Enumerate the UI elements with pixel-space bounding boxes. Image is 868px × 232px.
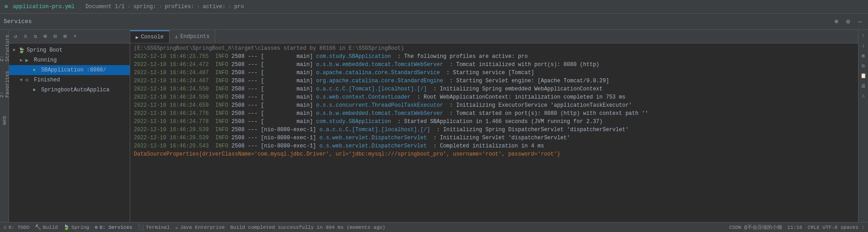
tree-item-springbootautoapplica[interactable]: ● SpringbootAutoApplica: [9, 85, 130, 95]
scroll-up-button[interactable]: ↑: [859, 32, 868, 40]
tree-item-spring-boot[interactable]: ▼ 🍃 Spring Boot: [9, 45, 130, 55]
collapse-button[interactable]: ⊟: [859, 62, 868, 70]
log-line: 2022-12-10 16:46:24.487 INFO 2508 --- [ …: [130, 77, 858, 85]
log-level: INFO: [209, 93, 231, 101]
log-line: 2022-12-10 16:46:23.755 INFO 2508 --- [ …: [130, 52, 858, 61]
log-date: 2022-12-10 16:46:29.539: [134, 126, 209, 134]
log-message: : Root WebApplicationContext: initializa…: [410, 93, 625, 101]
tab-console-label: Console: [141, 34, 164, 40]
tree-item-sbapplication[interactable]: ● SBApplication :8080/: [9, 65, 130, 75]
log-date: 2022-12-10 16:46:24.472: [134, 61, 209, 69]
expand-button[interactable]: ⊞: [859, 52, 868, 60]
status-build[interactable]: 🔨 Build: [35, 224, 58, 230]
tab-console[interactable]: ▶ Console: [130, 30, 170, 43]
sidebar-item-z-structure[interactable]: Z: Structure: [0, 30, 11, 66]
tree-item-running[interactable]: ▶ ▶ Running: [9, 55, 130, 65]
log-pid: 2508 ---: [231, 142, 261, 150]
log-line: 2022-12-10 16:46:29.539 INFO 2508 --- [n…: [130, 126, 858, 134]
log-level: INFO: [209, 118, 231, 126]
tab-endpoints[interactable]: ⚓ Endpoints: [170, 30, 215, 43]
log-class[interactable]: com.study.SBApplication: [316, 52, 391, 61]
sidebar-item-web[interactable]: Web: [1, 102, 8, 138]
log-level: INFO: [209, 77, 231, 85]
log-class[interactable]: o.a.c.c.C.[Tomcat].[localhost].[/]: [316, 85, 427, 93]
status-services[interactable]: ⚙ 8: Services: [94, 224, 132, 230]
print-button[interactable]: 🖨: [859, 81, 868, 90]
log-thread: [ main]: [261, 77, 316, 85]
filename: ⚙ application-pro.yml: [5, 3, 76, 10]
log-line: 2022-12-10 16:46:24.776 INFO 2508 --- [ …: [130, 109, 858, 118]
finished-icon: ⊙: [25, 77, 33, 84]
path-line: (E:\SSGSpringBoot\SpringBoot_h\target\cl…: [130, 44, 858, 52]
terminal-icon: ⬛: [138, 224, 144, 230]
add-service-icon[interactable]: ⊕: [832, 17, 841, 26]
log-line: 2022-12-10 16:46:29.539 INFO 2508 --- [n…: [130, 134, 858, 142]
services-toolbar: ↺ ≡ ⇅ ⊞ ⊟ ⊞ +: [9, 30, 130, 43]
log-pid: 2508 ---: [231, 69, 261, 77]
running-icon: ▶: [25, 57, 33, 64]
scroll-down-button[interactable]: ↓: [859, 42, 868, 50]
log-level: INFO: [209, 61, 231, 69]
log-class[interactable]: o.s.web.servlet.DispatcherServlet: [320, 142, 427, 150]
log-class[interactable]: o.s.web.context.ContextLoader: [316, 93, 410, 101]
console-icon: ▶: [136, 34, 139, 40]
log-pid: 2508 ---: [231, 109, 261, 118]
add-button[interactable]: +: [71, 32, 80, 41]
group-button[interactable]: ⊞: [41, 32, 50, 41]
log-pid: 2508 ---: [231, 52, 261, 61]
log-class[interactable]: o.s.b.w.embedded.tomcat.TomcatWebServer: [316, 61, 443, 69]
refresh-button[interactable]: ↺: [11, 32, 20, 41]
app-icon: ●: [33, 67, 40, 73]
status-terminal[interactable]: ⬛ Terminal: [138, 224, 170, 230]
build-message: Build completed successfully in 894 ms (…: [230, 225, 385, 230]
search-button[interactable]: ⊞: [61, 32, 70, 41]
log-line: 2022-12-10 16:46:24.778 INFO 2508 --- [ …: [130, 118, 858, 126]
log-message: : Starting service [Tomcat]: [440, 69, 534, 77]
log-class[interactable]: o.apache.catalina.core.StandardService: [316, 69, 440, 77]
sidebar-item-z-favorites[interactable]: 2: Favorites: [0, 66, 11, 102]
status-todo[interactable]: ☑ 6: TODO: [4, 224, 29, 230]
settings-icon[interactable]: ⚙: [844, 17, 853, 26]
console-area[interactable]: (E:\SSGSpringBoot\SpringBoot_h\target\cl…: [130, 43, 858, 222]
sort-button[interactable]: ⇅: [31, 32, 40, 41]
csdn-label: CSDN @不会压缩的小猫: [729, 224, 782, 231]
tree-item-label: SBApplication :8080/: [41, 67, 106, 73]
main-content: Z: Structure 2: Favorites Web ↺ ≡ ⇅ ⊞ ⊟ …: [0, 30, 868, 222]
status-spring[interactable]: 🍃 Spring: [63, 224, 90, 230]
log-thread: [ main]: [261, 85, 316, 93]
log-pid: 2508 ---: [231, 118, 261, 126]
log-message: : Initializing ExecutorService 'applicat…: [443, 101, 632, 109]
log-message: : Started SBApplication in 1.466 seconds…: [391, 118, 603, 126]
log-class[interactable]: o.s.s.concurrent.ThreadPoolTaskExecutor: [316, 101, 443, 109]
log-class[interactable]: o.a.c.c.C.[Tomcat].[localhost].[/]: [320, 126, 430, 134]
log-class[interactable]: com.study.SBApplication: [316, 118, 391, 126]
log-thread: [nio-8080-exec-1]: [261, 134, 320, 142]
app2-icon: ●: [33, 87, 40, 93]
log-date: 2022-12-10 16:46:24.778: [134, 118, 209, 126]
log-line: 2022-12-10 16:46:24.487 INFO 2508 --- [ …: [130, 69, 858, 77]
log-thread: [ main]: [261, 118, 316, 126]
status-bar: ☑ 6: TODO 🔨 Build 🍃 Spring ⚙ 8: Services…: [0, 222, 868, 232]
filter-button[interactable]: ⊟: [51, 32, 60, 41]
copy-button[interactable]: 📋: [859, 71, 868, 80]
collapse-all-button[interactable]: ≡: [21, 32, 30, 41]
log-level: INFO: [209, 101, 231, 109]
log-class[interactable]: o.s.b.w.embedded.tomcat.TomcatWebServer: [316, 109, 443, 118]
build-icon: 🔨: [35, 224, 41, 230]
time-label: 11:16: [788, 225, 802, 230]
minimize-icon[interactable]: —: [855, 17, 864, 26]
todo-icon: ☑: [4, 224, 7, 230]
log-line: 2022-12-10 16:46:24.550 INFO 2508 --- [ …: [130, 93, 858, 101]
log-level: INFO: [209, 85, 231, 93]
warning-button[interactable]: ⚠: [859, 91, 868, 99]
log-pid: 2508 ---: [231, 85, 261, 93]
log-class[interactable]: org.apache.catalina.core.StandardEngine: [316, 77, 443, 85]
log-thread: [ main]: [261, 69, 316, 77]
tree-item-finished[interactable]: ▼ ⊙ Finished: [9, 75, 130, 85]
arrow-icon: ▼: [13, 48, 18, 53]
log-level: INFO: [209, 52, 231, 61]
log-class[interactable]: o.s.web.servlet.DispatcherServlet: [320, 134, 427, 142]
log-level: INFO: [209, 134, 231, 142]
right-toolbar: ↑ ↓ ⊞ ⊟ 📋 🖨 ⚠: [858, 30, 868, 222]
status-java-enterprise[interactable]: ☕ Java Enterprise: [175, 224, 225, 230]
